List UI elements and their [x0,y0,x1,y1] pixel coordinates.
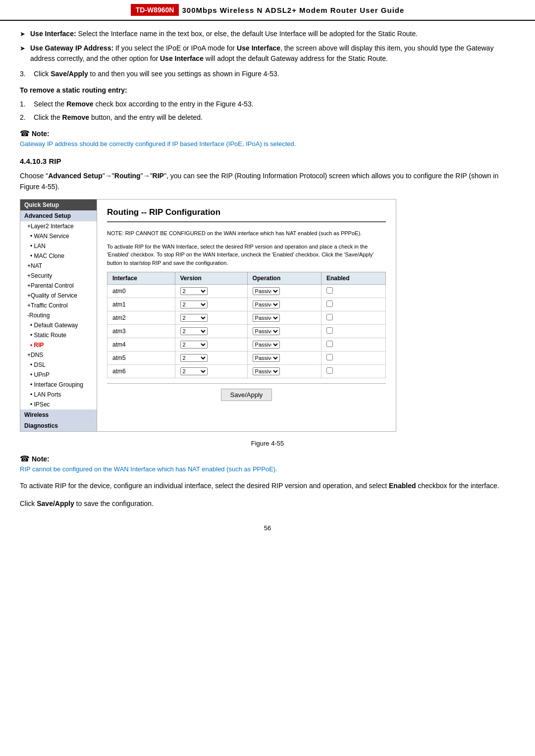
note2-box: ☎ Note: RIP cannot be configured on the … [20,454,515,474]
enabled-checkbox[interactable] [326,287,333,294]
cell-operation[interactable]: PassiveActiveBoth [247,352,321,365]
cell-enabled[interactable] [321,352,385,365]
table-row: atm412BothPassiveActiveBoth [107,338,386,352]
cell-operation[interactable]: PassiveActiveBoth [247,325,321,338]
cell-enabled[interactable] [321,338,385,352]
sidebar-item-security[interactable]: +Security [20,271,97,281]
sidebar-item-upnp[interactable]: • UPnP [20,370,97,380]
cell-enabled[interactable] [321,325,385,338]
operation-select[interactable]: PassiveActiveBoth [253,314,280,322]
sidebar-item-routing[interactable]: -Routing [20,310,97,320]
enabled-checkbox[interactable] [326,327,333,334]
bullet2-label: Use Gateway IP Address: [30,44,113,52]
section-rip-heading: 4.4.10.3 RIP [20,157,515,165]
operation-select[interactable]: PassiveActiveBoth [253,354,280,362]
col-version: Version [175,272,247,285]
enabled-checkbox[interactable] [326,367,333,374]
cell-operation[interactable]: PassiveActiveBoth [247,298,321,311]
operation-select[interactable]: PassiveActiveBoth [253,341,280,349]
sidebar-item-ipsec[interactable]: • IPSec [20,400,97,409]
operation-select[interactable]: PassiveActiveBoth [253,301,280,308]
cell-enabled[interactable] [321,311,385,325]
note1-label: ☎ Note: [20,129,515,138]
note2-text: RIP cannot be configured on the WAN Inte… [20,464,515,474]
sidebar-item-parental-control[interactable]: +Parental Control [20,281,97,291]
enabled-checkbox[interactable] [326,314,333,320]
cell-operation[interactable]: PassiveActiveBoth [247,285,321,298]
page-header: TD-W8960N 300Mbps Wireless N ADSL2+ Mode… [0,0,535,21]
cell-operation[interactable]: PassiveActiveBoth [247,338,321,352]
cell-version[interactable]: 12Both [175,365,247,378]
version-select[interactable]: 12Both [180,354,208,362]
sidebar-item-quality-of-service[interactable]: +Quality of Service [20,291,97,301]
version-select[interactable]: 12Both [180,341,208,349]
save-apply-button[interactable]: Save/Apply [221,389,272,401]
operation-select[interactable]: PassiveActiveBoth [253,327,280,335]
table-row: atm112BothPassiveActiveBoth [107,298,386,311]
version-select[interactable]: 12Both [180,314,208,322]
version-select[interactable]: 12Both [180,301,208,308]
sidebar-item-quick-setup[interactable]: Quick Setup [20,200,97,210]
table-row: atm012BothPassiveActiveBoth [107,285,386,298]
cell-enabled[interactable] [321,365,385,378]
router-ui: Quick Setup Advanced Setup +Layer2 Inter… [20,199,396,432]
bullet-use-gateway: ➤ Use Gateway IP Address: If you select … [20,43,515,64]
sidebar-item-dns[interactable]: +DNS [20,350,97,360]
bullet-use-interface: ➤ Use Interface: Select the Interface na… [20,29,515,39]
outro-para1: To activate RIP for the device, configur… [20,480,515,491]
page-number: 56 [20,524,515,532]
enabled-checkbox[interactable] [326,354,333,360]
sidebar-item-layer2[interactable]: +Layer2 Interface [20,221,97,231]
cell-version[interactable]: 12Both [175,298,247,311]
sidebar-item-diagnostics[interactable]: Diagnostics [20,420,97,431]
save-apply-bar: Save/Apply [107,383,386,406]
cell-version[interactable]: 12Both [175,352,247,365]
cell-version[interactable]: 12Both [175,338,247,352]
cell-version[interactable]: 12Both [175,325,247,338]
rip-note2: To activate RIP for the WAN Interface, s… [107,243,386,267]
note-icon2: ☎ [20,454,30,463]
sidebar-item-interface-grouping[interactable]: • Interface Grouping [20,380,97,390]
sidebar-item-advanced-setup[interactable]: Advanced Setup [20,210,97,221]
version-select[interactable]: 12Both [180,287,208,295]
enabled-checkbox[interactable] [326,301,333,307]
sidebar-item-traffic-control[interactable]: +Traffic Control [20,301,97,310]
table-row: atm312BothPassiveActiveBoth [107,325,386,338]
note1-text: Gateway IP address should be correctly c… [20,139,515,149]
sidebar-item-static-route[interactable]: • Static Route [20,330,97,340]
cell-interface: atm6 [107,365,175,378]
enabled-checkbox[interactable] [326,341,333,347]
sidebar-item-wan-service[interactable]: • WAN Service [20,231,97,241]
sidebar-item-dsl[interactable]: • DSL [20,360,97,370]
cell-enabled[interactable] [321,285,385,298]
intro-para: Choose "Advanced Setup"→"Routing"→"RIP",… [20,170,515,193]
cell-version[interactable]: 12Both [175,311,247,325]
sidebar-item-rip[interactable]: • RIP [20,340,97,350]
operation-select[interactable]: PassiveActiveBoth [253,287,280,295]
sidebar-item-lan[interactable]: • LAN [20,241,97,251]
col-operation: Operation [247,272,321,285]
cell-interface: atm0 [107,285,175,298]
sidebar-item-mac-clone[interactable]: • MAC Clone [20,251,97,261]
bullet-list: ➤ Use Interface: Select the Interface na… [20,29,515,64]
outro-para2: Click Save/Apply to save the configurati… [20,498,515,509]
model-badge: TD-W8960N [131,4,179,16]
arrow-icon2: ➤ [20,44,25,64]
note2-label: ☎ Note: [20,454,515,463]
cell-interface: atm4 [107,338,175,352]
panel-title: Routing -- RIP Configuration [107,207,386,222]
note1-box: ☎ Note: Gateway IP address should be cor… [20,129,515,149]
version-select[interactable]: 12Both [180,367,208,375]
sidebar-item-lan-ports[interactable]: • LAN Ports [20,390,97,400]
sidebar-item-wireless[interactable]: Wireless [20,409,97,420]
cell-operation[interactable]: PassiveActiveBoth [247,311,321,325]
operation-select[interactable]: PassiveActiveBoth [253,367,280,375]
cell-version[interactable]: 12Both [175,285,247,298]
cell-interface: atm5 [107,352,175,365]
sidebar-item-default-gateway[interactable]: • Default Gateway [20,320,97,330]
version-select[interactable]: 12Both [180,327,208,335]
cell-operation[interactable]: PassiveActiveBoth [247,365,321,378]
sidebar-item-nat[interactable]: +NAT [20,261,97,271]
cell-enabled[interactable] [321,298,385,311]
remove-step1: 1. Select the Remove check box according… [20,99,515,109]
